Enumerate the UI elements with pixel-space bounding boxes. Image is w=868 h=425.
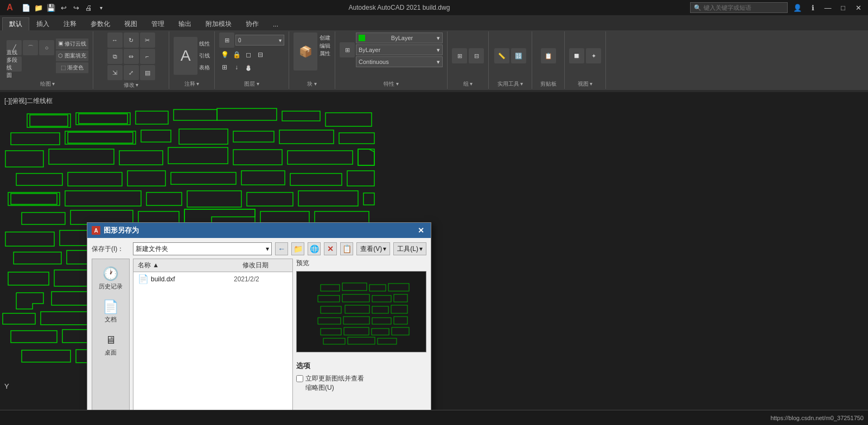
stretch-tool[interactable]: ⇲ [107, 65, 123, 80]
text-tool[interactable]: A [174, 37, 197, 75]
view-button[interactable]: 查看(V)▾ [356, 242, 390, 255]
move-tool[interactable]: ↔ [107, 33, 123, 48]
tab-manage[interactable]: 管理 [144, 17, 171, 30]
maximize-button[interactable]: □ [838, 2, 848, 13]
tab-insert[interactable]: 插入 [29, 17, 56, 30]
qat-more-button[interactable]: ▾ [95, 2, 106, 13]
draw-tool-2[interactable]: ⬡ 图案填充 [56, 50, 88, 61]
create-block[interactable]: 创建 [320, 33, 330, 43]
group-layer-label[interactable]: 图层 ▾ [219, 80, 284, 88]
rotate-tool[interactable]: ↻ [124, 33, 139, 48]
layer-tool-3[interactable]: ◻ [243, 49, 254, 60]
fillet-tool[interactable]: ⌐ [140, 49, 155, 64]
layer-tool-1[interactable]: 💡 [219, 49, 230, 60]
search-web-button[interactable]: 🌐 [308, 242, 321, 255]
col-name[interactable]: 名称 ▲ [133, 259, 238, 272]
layer-properties-tool[interactable]: ⊞ [219, 33, 234, 48]
up-folder-button[interactable]: 📁 [291, 242, 304, 255]
new-folder-button[interactable]: 📋 [340, 242, 353, 255]
calc-tool[interactable]: 🔢 [511, 48, 526, 63]
group-view-label[interactable]: 视图 ▾ [569, 80, 601, 88]
go-back-button[interactable]: ← [275, 242, 288, 255]
linetype-combo[interactable]: ByLayer▾ [356, 44, 443, 55]
mirror-tool[interactable]: ⇔ [124, 49, 139, 64]
layer-tool-4[interactable]: ⊟ [255, 49, 266, 60]
arc-tool[interactable]: 直线多段线圆 [7, 56, 22, 72]
copy-tool[interactable]: ⧉ [107, 49, 123, 64]
group-properties: ⊞ ByLayer▾ ByLayer▾ Continuous▾ [335, 31, 448, 89]
linear-dim[interactable]: 线性 [199, 38, 210, 49]
svg-rect-26 [127, 171, 165, 186]
save-button[interactable]: 💾 [46, 2, 56, 13]
open-button[interactable]: 📁 [33, 2, 44, 13]
dialog-icon: A [92, 226, 100, 235]
svg-rect-0 [27, 114, 71, 127]
draw-tool-1[interactable]: ▣ 修订云线 [56, 38, 88, 49]
draw-tool-3[interactable]: ⬚ 渐变色 [56, 62, 88, 73]
nav-desktop[interactable]: 🖥 桌面 [95, 329, 126, 359]
undo-button[interactable]: ↩ [58, 2, 69, 13]
nav-documents[interactable]: 📄 文档 [95, 295, 126, 326]
file-row[interactable]: 📄 build.dxf 2021/2/2 [133, 272, 292, 286]
signin-icon[interactable]: 👤 [792, 2, 803, 13]
redo-button[interactable]: ↪ [71, 2, 81, 13]
group-annotate-label[interactable]: 注释 ▾ [174, 80, 210, 88]
color-combo[interactable]: ByLayer▾ [356, 33, 443, 43]
delete-button[interactable]: ✕ [324, 242, 337, 255]
group-modify-label[interactable]: 修改 ▾ [98, 81, 164, 89]
dialog-close-button[interactable]: ✕ [416, 225, 426, 236]
group-clipboard-label[interactable]: 剪贴板 [537, 80, 560, 88]
layer-tool-6[interactable]: ↓ [231, 62, 242, 73]
info-icon[interactable]: ℹ [807, 2, 818, 13]
dialog-titlebar: A 图形另存为 ✕ [87, 223, 431, 238]
tab-view[interactable]: 视图 [117, 17, 144, 30]
paste-tool[interactable]: 📋 [541, 48, 556, 63]
nav-history[interactable]: 🕐 历史记录 [95, 262, 126, 293]
edit-block[interactable]: 编辑属性 [320, 44, 330, 55]
tab-more[interactable]: ... [266, 17, 285, 30]
group-properties-label[interactable]: 特性 ▾ [340, 80, 443, 88]
tools-button[interactable]: 工具(L)▾ [393, 242, 426, 255]
freeze-layer-tool[interactable]: ⛄ [243, 62, 254, 73]
tab-addons[interactable]: 附加模块 [199, 17, 239, 30]
col-date[interactable]: 修改日期 [238, 259, 292, 272]
update-thumbnail-checkbox[interactable] [296, 375, 303, 382]
group-tools: ⊞ ⊟ [452, 33, 484, 79]
layer-tool-2[interactable]: 🔒 [231, 49, 242, 60]
search-input[interactable] [704, 4, 780, 11]
tab-parametric[interactable]: 参数化 [84, 17, 117, 30]
close-button[interactable]: ✕ [853, 2, 864, 13]
tab-collaborate[interactable]: 协作 [239, 17, 266, 30]
scale-tool[interactable]: ⤢ [124, 65, 139, 80]
array-tool[interactable]: ▤ [140, 65, 155, 80]
view-tool[interactable]: 🔲 [569, 48, 584, 63]
group-utilities-label[interactable]: 实用工具 ▾ [493, 80, 527, 88]
引线-tool[interactable]: 引线 [199, 50, 210, 61]
layer-combo[interactable]: 0▾ [235, 35, 284, 46]
match-properties-tool[interactable]: ⊞ [340, 42, 355, 57]
group-tool[interactable]: ⊞ [452, 48, 467, 63]
minimize-button[interactable]: — [822, 2, 833, 13]
table-tool[interactable]: 表格 [199, 62, 210, 73]
polyline-tool[interactable]: ⌒ [23, 40, 38, 55]
circle-tool[interactable]: ○ [39, 40, 54, 55]
measure-tool[interactable]: 📏 [494, 48, 509, 63]
save-location-combo[interactable]: 新建文件夹 ▾ [133, 242, 272, 255]
dialog-title: 图形另存为 [104, 226, 139, 235]
trim-tool[interactable]: ✂ [140, 33, 155, 48]
app-menu-button[interactable]: A [4, 2, 15, 13]
layer-tool-5[interactable]: ⊞ [219, 62, 230, 73]
point-icon[interactable]: ✦ [586, 48, 601, 63]
plot-button[interactable]: 🖨 [83, 2, 94, 13]
group-layer: ⊞ 0▾ 💡 🔒 ◻ ⊟ ⊞ ↓ ⛄ 图层 ▾ [215, 31, 289, 89]
linetype-scale-combo[interactable]: Continuous▾ [356, 56, 443, 67]
tab-default[interactable]: 默认 [2, 17, 29, 30]
group-group-label[interactable]: 组 ▾ [452, 80, 484, 88]
tab-output[interactable]: 输出 [171, 17, 199, 30]
group-block-label[interactable]: 块 ▾ [293, 80, 330, 88]
tab-annotate[interactable]: 注释 [56, 17, 84, 30]
insert-block-tool[interactable]: 📦 [293, 33, 317, 70]
group-draw-label[interactable]: 绘图 ▾ [7, 80, 88, 88]
new-button[interactable]: 📄 [21, 2, 31, 13]
ungroup-tool[interactable]: ⊟ [469, 48, 484, 63]
